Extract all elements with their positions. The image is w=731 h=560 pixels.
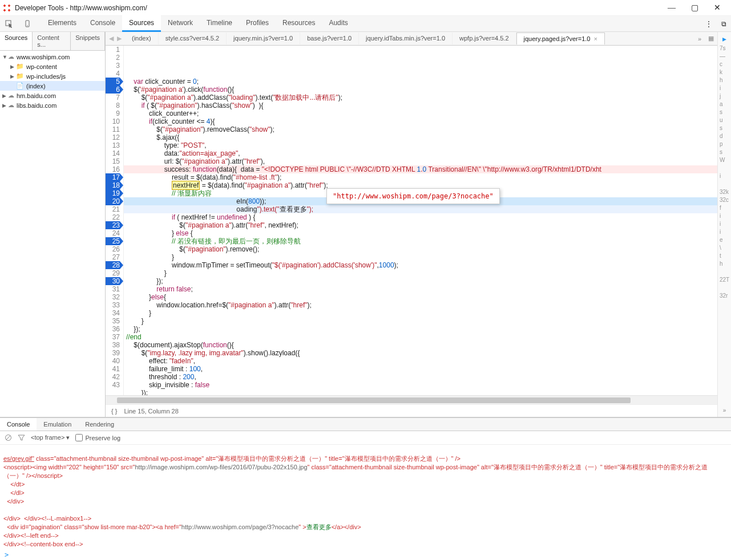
- file-tab[interactable]: base.js?ver=1.0: [300, 33, 359, 44]
- tree-item[interactable]: ▶📁wp-includes/js: [0, 71, 105, 81]
- panel-tab-timeline[interactable]: Timeline: [200, 15, 239, 32]
- code-line[interactable]: effect: "fadeIn",: [124, 357, 717, 365]
- code-line[interactable]: if ( $("#pagination").hasClass("show") )…: [124, 102, 717, 109]
- code-line[interactable]: $('#pagination a').click(function(){: [124, 86, 717, 94]
- inspect-icon[interactable]: [0, 16, 18, 32]
- source-editor: ◀ ▶ (index)style.css?ver=4.5.2jquery.min…: [106, 32, 717, 417]
- file-tree[interactable]: ▼☁www.woshipm.com▶📁wp-content▶📁wp-includ…: [0, 51, 105, 417]
- window-titlebar: Developer Tools - http://www.woshipm.com…: [0, 0, 731, 16]
- file-tab[interactable]: (index): [125, 33, 159, 44]
- resume-icon[interactable]: ▸: [722, 34, 726, 43]
- code-line[interactable]: }: [124, 253, 717, 261]
- tree-item[interactable]: ▶📁wp-content: [0, 62, 105, 71]
- file-tab[interactable]: style.css?ver=4.5.2: [159, 33, 227, 44]
- code-line[interactable]: $.ajax({: [124, 133, 717, 141]
- maximize-button[interactable]: ▢: [683, 3, 706, 13]
- close-button[interactable]: ✕: [706, 3, 729, 13]
- code-line[interactable]: window.location.href=$("#pagination a").…: [124, 301, 717, 309]
- panel-tab-resources[interactable]: Resources: [276, 15, 322, 32]
- editor-gutter[interactable]: 1234567891011121314151617181920212223242…: [106, 46, 124, 395]
- file-tab[interactable]: jquery.min.js?ver=1.0: [227, 33, 300, 44]
- tab-list-icon[interactable]: ▦: [705, 35, 717, 42]
- chrome-icon: [2, 3, 11, 13]
- navigator-tab[interactable]: Sources: [0, 32, 33, 50]
- drawer-tab-rendering[interactable]: Rendering: [78, 418, 121, 431]
- file-tab[interactable]: jquery.paged.js?ver=1.0×: [516, 33, 605, 44]
- code-line[interactable]: click_counter++;: [124, 109, 717, 117]
- window-title: Developer Tools - http://www.woshipm.com…: [15, 4, 660, 12]
- code-line[interactable]: }: [124, 317, 717, 325]
- code-line[interactable]: $("#pagination a").addClass("loading").t…: [124, 94, 717, 102]
- code-line[interactable]: threshold : 200,: [124, 373, 717, 381]
- code-line[interactable]: if ( nextHref != undefined ) {: [124, 213, 717, 221]
- dock-side-icon[interactable]: ⧉: [717, 16, 731, 32]
- code-line[interactable]: });: [124, 325, 717, 333]
- kebab-menu-icon[interactable]: ⋮: [701, 16, 717, 32]
- frame-selector[interactable]: <top frame> ▾: [31, 434, 70, 441]
- navigator-tab[interactable]: Content s...: [33, 32, 71, 50]
- code-line[interactable]: }: [124, 269, 717, 277]
- panel-tab-elements[interactable]: Elements: [41, 15, 83, 32]
- clear-console-icon[interactable]: [5, 434, 12, 441]
- tree-item[interactable]: ▶☁hm.baidu.com: [0, 91, 105, 100]
- panel-tab-network[interactable]: Network: [161, 15, 200, 32]
- panel-tab-profiles[interactable]: Profiles: [239, 15, 276, 32]
- code-line[interactable]: }else{: [124, 293, 717, 301]
- pretty-print-icon[interactable]: { }: [111, 408, 117, 415]
- minimize-button[interactable]: —: [660, 3, 683, 13]
- navigator-tab[interactable]: Snippets: [71, 32, 105, 50]
- panel-tab-console[interactable]: Console: [83, 15, 122, 32]
- code-line[interactable]: $("#pagination").remove();: [124, 245, 717, 253]
- code-line[interactable]: skip_invisible : false: [124, 381, 717, 389]
- expand-sidebar-icon[interactable]: »: [723, 407, 726, 413]
- code-line[interactable]: result = $(data).find("#home-list .ft");: [124, 173, 717, 181]
- panel-tab-audits[interactable]: Audits: [322, 15, 354, 32]
- code-line[interactable]: url: $("#pagination a").attr("href"),: [124, 157, 717, 165]
- svg-line-4: [6, 436, 10, 440]
- cursor-position: Line 15, Column 28: [124, 408, 178, 415]
- editor-code[interactable]: var click_counter = 0; $('#pagination a'…: [124, 46, 717, 395]
- device-mode-icon[interactable]: [18, 16, 37, 32]
- code-line[interactable]: $(document).ajaxStop(function(){: [124, 341, 717, 349]
- drawer-tab-emulation[interactable]: Emulation: [37, 418, 78, 431]
- more-tabs-icon[interactable]: »: [694, 35, 705, 42]
- code-line[interactable]: } else {: [124, 229, 717, 237]
- filter-icon[interactable]: [18, 434, 25, 441]
- file-tab[interactable]: wpfp.js?ver=4.5.2: [453, 33, 516, 44]
- code-line[interactable]: $("img.lazy, .lazy img, img.avatar").sho…: [124, 349, 717, 357]
- console-output[interactable]: es/grey.gif" class="attachment-thumbnail…: [0, 445, 731, 550]
- code-line[interactable]: });: [124, 277, 717, 285]
- h-scrollbar[interactable]: [106, 395, 717, 404]
- code-line[interactable]: type: "POST",: [124, 141, 717, 149]
- code-line[interactable]: $("#pagination").removeClass("show");: [124, 125, 717, 133]
- code-line[interactable]: //end: [124, 333, 717, 341]
- code-line[interactable]: }: [124, 309, 717, 317]
- console-toolbar: <top frame> ▾ Preserve log: [0, 431, 731, 445]
- code-line[interactable]: oading").text("查看更多");: [124, 205, 717, 213]
- code-line[interactable]: });: [124, 389, 717, 395]
- code-line[interactable]: window.mTipTimer = setTimeout("$('#pagin…: [124, 261, 717, 269]
- nav-fwd-icon[interactable]: ▶: [117, 35, 122, 42]
- value-tooltip: "http://www.woshipm.com/page/3?nocache": [326, 188, 500, 204]
- drawer-tab-console[interactable]: Console: [0, 418, 37, 431]
- code-line[interactable]: [124, 70, 717, 78]
- code-line[interactable]: return false;: [124, 285, 717, 293]
- code-line[interactable]: // 若没有链接，即为最后一页，则移除导航: [124, 237, 717, 245]
- file-tab[interactable]: jquery.idTabs.min.js?ver=1.0: [359, 33, 453, 44]
- console-prompt[interactable]: >: [0, 550, 731, 560]
- console-drawer: ConsoleEmulationRendering <top frame> ▾ …: [0, 417, 731, 560]
- code-line[interactable]: if(click_counter <= 4){: [124, 117, 717, 125]
- code-line[interactable]: data:"action=ajax_page",: [124, 149, 717, 157]
- code-line[interactable]: failure_limit : 100,: [124, 365, 717, 373]
- tree-item[interactable]: ▶☁libs.baidu.com: [0, 100, 105, 110]
- preserve-log-checkbox[interactable]: Preserve log: [75, 434, 120, 441]
- debugger-sidebar-collapsed[interactable]: ▸ 7s—ckhijasusdpsWi32k32cfiiie\th22T32r …: [717, 32, 731, 417]
- code-line[interactable]: $("#pagination a").attr("href", nextHref…: [124, 221, 717, 229]
- code-line[interactable]: success: function(data){ data = "<!DOCTY…: [124, 165, 717, 173]
- panel-tab-sources[interactable]: Sources: [122, 15, 161, 32]
- code-line[interactable]: var click_counter = 0;: [124, 78, 717, 86]
- nav-back-icon[interactable]: ◀: [109, 35, 114, 42]
- tree-item[interactable]: ▼☁www.woshipm.com: [0, 52, 105, 62]
- close-tab-icon[interactable]: ×: [593, 35, 597, 42]
- tree-item[interactable]: 📄(index): [0, 81, 105, 91]
